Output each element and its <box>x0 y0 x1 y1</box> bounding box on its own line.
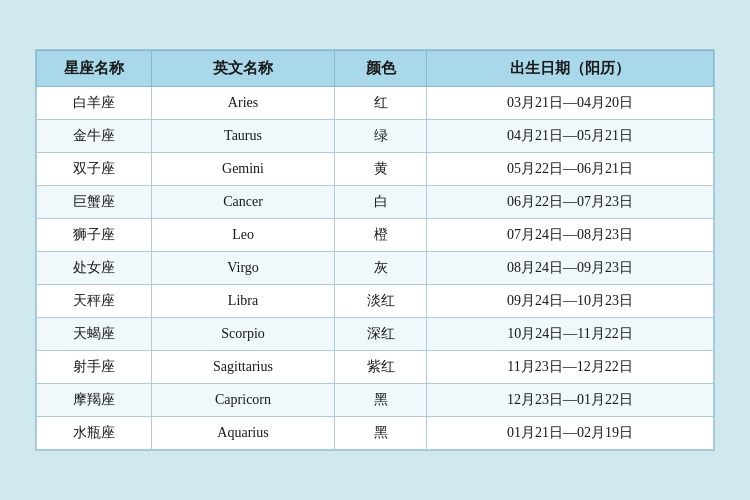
cell-color: 黑 <box>335 384 427 417</box>
table-row: 双子座Gemini黄05月22日—06月21日 <box>37 153 714 186</box>
cell-english: Leo <box>151 219 335 252</box>
cell-date: 09月24日—10月23日 <box>427 285 714 318</box>
table-row: 天秤座Libra淡红09月24日—10月23日 <box>37 285 714 318</box>
cell-chinese: 天蝎座 <box>37 318 152 351</box>
cell-date: 12月23日—01月22日 <box>427 384 714 417</box>
table-row: 白羊座Aries红03月21日—04月20日 <box>37 87 714 120</box>
cell-date: 08月24日—09月23日 <box>427 252 714 285</box>
cell-date: 10月24日—11月22日 <box>427 318 714 351</box>
cell-color: 深红 <box>335 318 427 351</box>
cell-chinese: 巨蟹座 <box>37 186 152 219</box>
table-row: 金牛座Taurus绿04月21日—05月21日 <box>37 120 714 153</box>
cell-date: 05月22日—06月21日 <box>427 153 714 186</box>
cell-chinese: 白羊座 <box>37 87 152 120</box>
cell-english: Scorpio <box>151 318 335 351</box>
table-row: 天蝎座Scorpio深红10月24日—11月22日 <box>37 318 714 351</box>
zodiac-table: 星座名称 英文名称 颜色 出生日期（阳历） 白羊座Aries红03月21日—04… <box>36 50 714 450</box>
header-color: 颜色 <box>335 51 427 87</box>
cell-english: Aries <box>151 87 335 120</box>
cell-english: Virgo <box>151 252 335 285</box>
cell-chinese: 摩羯座 <box>37 384 152 417</box>
cell-date: 06月22日—07月23日 <box>427 186 714 219</box>
cell-english: Aquarius <box>151 417 335 450</box>
cell-date: 04月21日—05月21日 <box>427 120 714 153</box>
cell-date: 07月24日—08月23日 <box>427 219 714 252</box>
table-row: 水瓶座Aquarius黑01月21日—02月19日 <box>37 417 714 450</box>
cell-english: Sagittarius <box>151 351 335 384</box>
cell-chinese: 处女座 <box>37 252 152 285</box>
cell-color: 绿 <box>335 120 427 153</box>
header-chinese: 星座名称 <box>37 51 152 87</box>
cell-chinese: 狮子座 <box>37 219 152 252</box>
cell-chinese: 双子座 <box>37 153 152 186</box>
cell-chinese: 天秤座 <box>37 285 152 318</box>
cell-english: Gemini <box>151 153 335 186</box>
cell-color: 黄 <box>335 153 427 186</box>
table-row: 巨蟹座Cancer白06月22日—07月23日 <box>37 186 714 219</box>
table-row: 射手座Sagittarius紫红11月23日—12月22日 <box>37 351 714 384</box>
cell-color: 黑 <box>335 417 427 450</box>
cell-date: 01月21日—02月19日 <box>427 417 714 450</box>
cell-color: 紫红 <box>335 351 427 384</box>
header-english: 英文名称 <box>151 51 335 87</box>
cell-color: 红 <box>335 87 427 120</box>
cell-english: Cancer <box>151 186 335 219</box>
table-row: 狮子座Leo橙07月24日—08月23日 <box>37 219 714 252</box>
cell-date: 03月21日—04月20日 <box>427 87 714 120</box>
table-header-row: 星座名称 英文名称 颜色 出生日期（阳历） <box>37 51 714 87</box>
cell-english: Taurus <box>151 120 335 153</box>
header-date: 出生日期（阳历） <box>427 51 714 87</box>
cell-chinese: 射手座 <box>37 351 152 384</box>
cell-english: Capricorn <box>151 384 335 417</box>
cell-color: 白 <box>335 186 427 219</box>
cell-english: Libra <box>151 285 335 318</box>
cell-color: 灰 <box>335 252 427 285</box>
cell-chinese: 金牛座 <box>37 120 152 153</box>
zodiac-table-container: 星座名称 英文名称 颜色 出生日期（阳历） 白羊座Aries红03月21日—04… <box>35 49 715 451</box>
table-row: 处女座Virgo灰08月24日—09月23日 <box>37 252 714 285</box>
cell-color: 橙 <box>335 219 427 252</box>
cell-color: 淡红 <box>335 285 427 318</box>
cell-chinese: 水瓶座 <box>37 417 152 450</box>
table-row: 摩羯座Capricorn黑12月23日—01月22日 <box>37 384 714 417</box>
cell-date: 11月23日—12月22日 <box>427 351 714 384</box>
